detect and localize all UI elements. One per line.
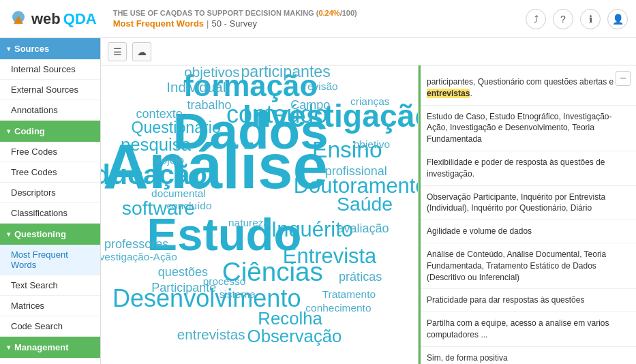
sidebar: ▾ Sources Internal Sources External Sour… [0, 38, 101, 364]
cloud-view-button[interactable]: ☁ [132, 42, 151, 61]
wordcloud-word[interactable]: Observação [247, 327, 342, 346]
result-item[interactable]: Sim, de forma positiva [419, 347, 636, 364]
wordcloud-word[interactable]: natureza [228, 217, 269, 228]
header: webQDA THE USE OF CAQDAS TO SUPPORT DECI… [0, 0, 636, 38]
wordcloud-svg: AnáliseDadosEstudoInvestigaçãoformaçãoEd… [101, 65, 418, 364]
wordcloud-word[interactable]: Participante [151, 281, 216, 294]
wordcloud-word[interactable]: Individual [166, 79, 226, 95]
wordcloud-word[interactable]: Tratamento [322, 288, 376, 300]
result-item[interactable]: Estudo de Caso, Estudo Etnográfico, Inve… [419, 106, 636, 151]
wordcloud-word[interactable]: trabalho [187, 98, 232, 112]
wordcloud-word[interactable]: avaliação [337, 222, 389, 235]
wordcloud-word[interactable]: conhecimento [305, 302, 371, 314]
wordcloud-word[interactable]: pesquisa [121, 135, 192, 154]
page-title: THE USE OF CAQDAS TO SUPPORT DECISION MA… [113, 9, 526, 17]
breadcrumb-current: 50 - Survey [211, 18, 256, 29]
content: ☰ ☁ AnáliseDadosEstudoInvestigaçãoformaç… [101, 38, 636, 364]
wordcloud-word[interactable]: objetivo [354, 138, 390, 150]
collapse-button[interactable]: − [616, 71, 631, 86]
sidebar-item-matrices[interactable]: Matrices [0, 296, 100, 316]
toolbar: ☰ ☁ [101, 38, 636, 65]
info-button[interactable]: ℹ [580, 9, 601, 29]
main: ▾ Sources Internal Sources External Sour… [0, 38, 636, 364]
breadcrumb-separator: | [207, 18, 209, 29]
sidebar-item-free-codes[interactable]: Free Codes [0, 142, 100, 162]
chevron-questioning-icon: ▾ [7, 230, 10, 238]
sidebar-item-internal-sources[interactable]: Internal Sources [0, 59, 100, 80]
wordcloud-word[interactable]: documental [151, 187, 206, 199]
wordcloud-word[interactable]: Entrevista [283, 244, 377, 268]
sidebar-section-questioning[interactable]: ▾ Questioning [0, 224, 100, 245]
sidebar-item-annotations[interactable]: Annotations [0, 100, 100, 121]
sidebar-section-management[interactable]: ▾ Management [0, 337, 100, 358]
sidebar-section-management-label: Management [14, 342, 68, 352]
sidebar-item-descriptors[interactable]: Descriptors [0, 183, 100, 203]
results-list: participantes, Questionário com questões… [419, 65, 636, 364]
wordcloud-word[interactable]: questões [158, 265, 208, 279]
results-panel[interactable]: − participantes, Questionário com questõ… [418, 65, 636, 364]
breadcrumb-link[interactable]: Most Frequent Words [113, 18, 204, 29]
sidebar-item-most-frequent-words[interactable]: Most Frequent Words [0, 245, 100, 275]
chevron-management-icon: ▾ [7, 344, 10, 351]
sidebar-item-text-search[interactable]: Text Search [0, 275, 100, 296]
sidebar-item-classifications[interactable]: Classifications [0, 203, 100, 224]
wordcloud-word[interactable]: Investigação-Ação [101, 251, 177, 262]
wordcloud-word[interactable]: práticas [339, 270, 382, 284]
result-item[interactable]: Análise de Conteúdo, Análise Documental,… [419, 243, 636, 289]
wordcloud-word[interactable]: Campo [290, 98, 330, 112]
list-view-button[interactable]: ☰ [108, 42, 127, 61]
sidebar-section-coding[interactable]: ▾ Coding [0, 121, 100, 142]
wordcloud-word[interactable]: Saúde [337, 193, 393, 215]
wordcloud-word[interactable]: entrevistas [177, 327, 245, 342]
result-item[interactable]: participantes, Questionário com questões… [419, 71, 636, 106]
wordcloud-word[interactable]: concluído [166, 200, 211, 211]
header-icons: ⤴ ? ℹ 👤 [526, 9, 628, 29]
sidebar-section-sources-label: Sources [14, 44, 49, 54]
wordcloud-word[interactable]: professores [104, 237, 168, 251]
wordcloud-word[interactable]: Questionário [131, 119, 220, 136]
logo-qda-text: QDA [63, 10, 97, 28]
result-item[interactable]: Flexibilidade e poder de resposta às que… [419, 151, 636, 186]
breadcrumb-bar: Most Frequent Words | 50 - Survey [113, 18, 526, 29]
sidebar-item-code-search[interactable]: Code Search [0, 316, 100, 337]
sidebar-section-questioning-label: Questioning [14, 229, 66, 239]
wordcloud-word[interactable]: crianças [350, 95, 390, 107]
sidebar-section-sources[interactable]: ▾ Sources [0, 38, 100, 59]
percent-value: 0.24% [318, 9, 339, 17]
wordcloud-word[interactable]: sistema [219, 288, 256, 300]
chevron-coding-icon: ▾ [7, 127, 10, 135]
result-item[interactable]: Praticidade para dar respostas às questõ… [419, 289, 636, 312]
accent-border [419, 65, 421, 364]
highlighted-word: entrevistas [427, 89, 470, 98]
sidebar-item-external-sources[interactable]: External Sources [0, 80, 100, 100]
help-button[interactable]: ? [553, 9, 573, 29]
wordcloud-word[interactable]: objetivos [184, 65, 239, 80]
wordcloud-word[interactable]: participantes [241, 65, 330, 80]
wordcloud-panel: AnáliseDadosEstudoInvestigaçãoformaçãoEd… [101, 65, 418, 364]
logo-text: web [31, 10, 61, 28]
share-button[interactable]: ⤴ [526, 9, 546, 29]
sidebar-section-coding-label: Coding [14, 126, 45, 136]
wordcloud-word[interactable]: profissional [325, 164, 387, 178]
wordcloud-word[interactable]: projeto [152, 154, 184, 166]
logo-icon [8, 9, 29, 29]
split-view: AnáliseDadosEstudoInvestigaçãoformaçãoEd… [101, 65, 636, 364]
result-item[interactable]: Partilha com a equipe, acesso a analise … [419, 312, 636, 347]
sidebar-item-users[interactable]: Users [0, 358, 100, 364]
wordcloud-word[interactable]: revisão [304, 80, 338, 92]
wordcloud-word[interactable]: contexto [136, 107, 183, 121]
profile-button[interactable]: 👤 [607, 9, 628, 29]
sidebar-item-tree-codes[interactable]: Tree Codes [0, 162, 100, 183]
chevron-sources-icon: ▾ [7, 45, 10, 52]
title-area: THE USE OF CAQDAS TO SUPPORT DECISION MA… [113, 9, 526, 29]
result-item[interactable]: Agilidade e volume de dados [419, 220, 636, 243]
result-item[interactable]: Observação Participante, Inquérito por E… [419, 186, 636, 221]
logo-area: webQDA [8, 9, 97, 29]
